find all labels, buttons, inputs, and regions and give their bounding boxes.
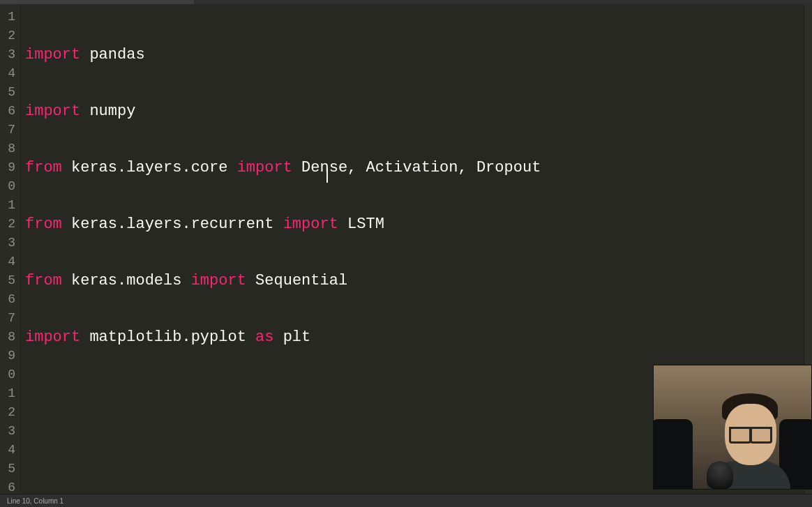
line-number[interactable]: 0 bbox=[0, 365, 15, 384]
line-number[interactable]: 1 bbox=[0, 196, 15, 215]
keyword-from: from bbox=[25, 159, 62, 176]
text-cursor-icon bbox=[326, 167, 328, 183]
line-number[interactable]: 5 bbox=[0, 460, 15, 478]
keyword-from: from bbox=[25, 272, 62, 289]
line-number[interactable]: 4 bbox=[0, 441, 15, 460]
line-number[interactable]: 3 bbox=[0, 45, 15, 64]
line-number[interactable]: 5 bbox=[0, 83, 15, 102]
code-line[interactable]: import numpy bbox=[25, 102, 804, 121]
line-number[interactable]: 1 bbox=[0, 384, 15, 403]
line-number[interactable]: 7 bbox=[0, 121, 15, 139]
code-text: Sequential bbox=[246, 272, 347, 289]
code-line[interactable]: from keras.models import Sequential bbox=[25, 271, 804, 290]
code-line[interactable]: from keras.layers.core import Dense, Act… bbox=[25, 158, 804, 177]
line-number[interactable]: 6 bbox=[0, 102, 15, 121]
line-number[interactable]: 0 bbox=[0, 177, 15, 196]
code-text: pandas bbox=[80, 46, 144, 63]
line-number[interactable]: 2 bbox=[0, 403, 15, 422]
webcam-overlay bbox=[653, 365, 812, 490]
line-number[interactable]: 1 bbox=[0, 8, 15, 27]
code-line[interactable]: import pandas bbox=[25, 45, 804, 64]
line-number-gutter[interactable]: 1 2 3 4 5 6 7 8 9 0 1 2 3 4 5 6 7 8 9 0 … bbox=[0, 4, 20, 494]
line-number[interactable]: 3 bbox=[0, 422, 15, 441]
line-number[interactable]: 8 bbox=[0, 328, 15, 347]
line-number[interactable]: 6 bbox=[0, 290, 15, 309]
line-number[interactable]: 7 bbox=[0, 309, 15, 328]
code-text: Dense, Activation, Dropout bbox=[292, 159, 541, 176]
line-number[interactable]: 9 bbox=[0, 158, 15, 177]
line-number[interactable]: 8 bbox=[0, 139, 15, 158]
keyword-import: import bbox=[25, 103, 80, 120]
code-text: keras.models bbox=[62, 272, 191, 289]
keyword-import: import bbox=[283, 215, 338, 233]
code-text: keras.layers.core bbox=[62, 159, 237, 176]
line-number[interactable]: 5 bbox=[0, 271, 15, 290]
keyword-import: import bbox=[25, 328, 80, 346]
line-number[interactable]: 9 bbox=[0, 347, 15, 365]
code-text: numpy bbox=[80, 103, 135, 120]
keyword-as: as bbox=[255, 328, 273, 346]
editor: 1 2 3 4 5 6 7 8 9 0 1 2 3 4 5 6 7 8 9 0 … bbox=[0, 4, 812, 494]
line-number[interactable]: 4 bbox=[0, 64, 15, 83]
line-number[interactable]: 3 bbox=[0, 234, 15, 252]
microphone-icon bbox=[707, 461, 733, 489]
code-text: LSTM bbox=[338, 215, 384, 233]
line-number[interactable]: 4 bbox=[0, 252, 15, 271]
code-line[interactable] bbox=[25, 497, 804, 507]
keyword-import: import bbox=[25, 46, 80, 63]
keyword-import: import bbox=[191, 272, 246, 289]
code-text: matplotlib.pyplot bbox=[80, 328, 255, 346]
keyword-from: from bbox=[25, 215, 62, 233]
code-text: keras.layers.recurrent bbox=[62, 215, 283, 233]
line-number[interactable]: 6 bbox=[0, 478, 15, 497]
keyword-import: import bbox=[237, 159, 292, 176]
code-line[interactable]: import matplotlib.pyplot as plt bbox=[25, 328, 804, 347]
glasses-icon bbox=[729, 427, 772, 438]
chair-icon bbox=[653, 419, 693, 489]
code-text: plt bbox=[273, 328, 310, 346]
line-number[interactable]: 2 bbox=[0, 215, 15, 234]
code-line[interactable]: from keras.layers.recurrent import LSTM bbox=[25, 215, 804, 234]
line-number[interactable]: 2 bbox=[0, 27, 15, 45]
